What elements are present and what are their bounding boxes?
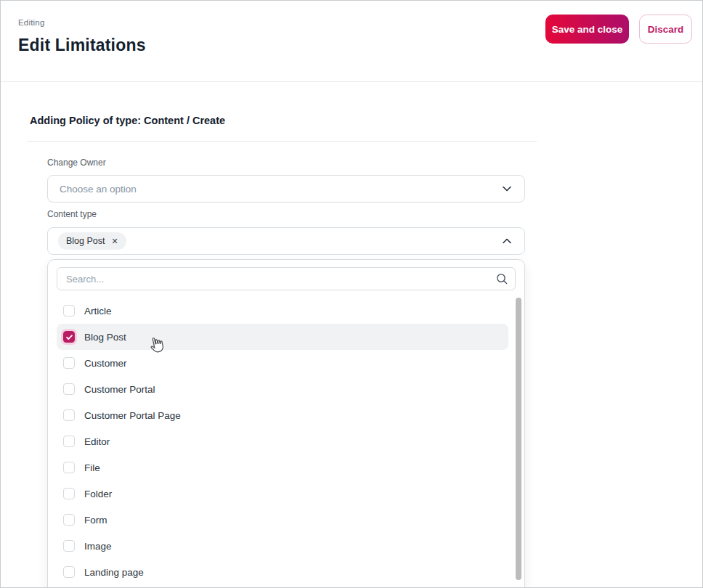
chevron-up-icon: [501, 235, 513, 247]
dropdown-option[interactable]: Editor: [57, 428, 508, 454]
option-label: Folder: [84, 489, 112, 499]
option-checkbox[interactable]: [63, 383, 75, 395]
section-divider: [27, 141, 537, 142]
option-checkbox[interactable]: [63, 514, 75, 526]
option-checkbox[interactable]: [63, 462, 75, 473]
selected-tag-blog-post[interactable]: Blog Post ✕: [58, 232, 126, 250]
search-icon: [495, 272, 508, 285]
option-label: Image: [84, 541, 112, 552]
option-checkbox[interactable]: [63, 305, 75, 317]
option-label: Editor: [84, 436, 110, 447]
change-owner-placeholder: Choose an option: [60, 184, 137, 195]
dropdown-option[interactable]: Article: [57, 298, 508, 324]
option-label: Blog Post: [84, 332, 126, 343]
dropdown-option[interactable]: Folder: [57, 481, 508, 507]
scrollbar-thumb[interactable]: [516, 298, 521, 580]
option-checkbox[interactable]: [63, 436, 75, 447]
section-heading: Adding Policy of type: Content / Create: [30, 115, 225, 126]
search-input[interactable]: [57, 267, 516, 290]
option-checkbox[interactable]: [63, 331, 75, 343]
search-field: [57, 267, 516, 290]
page-header: Editing Edit Limitations Save and close …: [1, 1, 702, 82]
dropdown-option[interactable]: Customer Portal: [57, 376, 508, 402]
option-label: Article: [84, 306, 112, 317]
option-checkbox[interactable]: [63, 357, 75, 369]
change-owner-label: Change Owner: [47, 158, 106, 168]
tag-label: Blog Post: [66, 236, 105, 246]
content-type-dropdown: Article Blog Post Customer Customer Port…: [47, 259, 525, 588]
option-list: Article Blog Post Customer Customer Port…: [48, 298, 524, 585]
option-label: Customer: [84, 358, 127, 369]
dropdown-option[interactable]: Image: [57, 533, 508, 559]
option-checkbox[interactable]: [63, 566, 75, 578]
option-label: Landing page: [84, 567, 144, 578]
change-owner-select[interactable]: Choose an option: [47, 175, 525, 203]
content-type-label: Content type: [47, 209, 97, 219]
dropdown-option[interactable]: Customer Portal Page: [57, 402, 508, 428]
remove-tag-icon[interactable]: ✕: [112, 237, 118, 245]
scrollbar[interactable]: [515, 293, 522, 588]
option-checkbox[interactable]: [63, 409, 75, 421]
edit-limitations-page: { "header": { "eyebrow": "Editing", "tit…: [0, 0, 703, 588]
dropdown-option[interactable]: Blog Post: [57, 324, 508, 350]
breadcrumb-editing: Editing: [18, 18, 45, 27]
dropdown-option[interactable]: Landing page: [57, 559, 508, 585]
option-checkbox[interactable]: [63, 540, 75, 552]
save-and-close-button[interactable]: Save and close: [545, 15, 629, 44]
option-label: Customer Portal Page: [84, 410, 181, 421]
option-label: Form: [84, 515, 107, 526]
discard-button[interactable]: Discard: [639, 15, 692, 44]
option-label: File: [84, 462, 100, 473]
content-type-select[interactable]: Blog Post ✕: [47, 227, 525, 255]
option-checkbox[interactable]: [63, 488, 75, 499]
option-label: Customer Portal: [84, 384, 155, 395]
chevron-down-icon: [501, 183, 513, 195]
dropdown-option[interactable]: File: [57, 454, 508, 481]
dropdown-option[interactable]: Form: [57, 507, 508, 533]
page-title: Edit Limitations: [18, 36, 146, 55]
dropdown-option[interactable]: Customer: [57, 350, 508, 376]
